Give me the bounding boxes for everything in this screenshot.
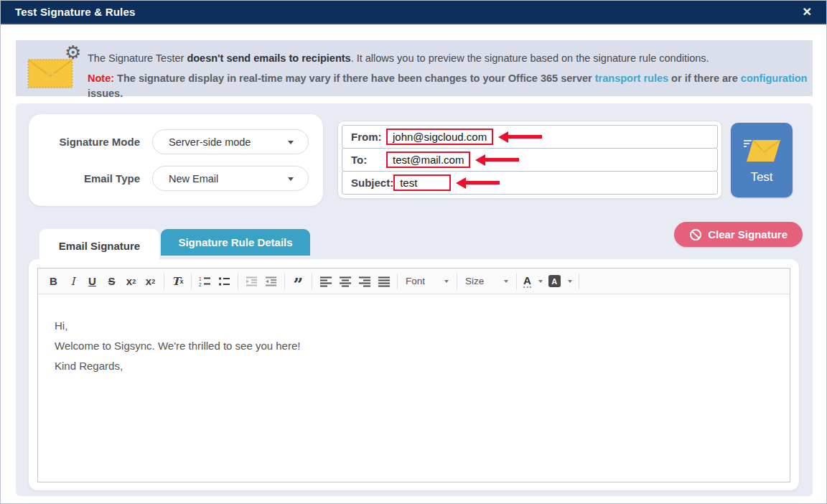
test-envelope-icon bbox=[742, 136, 782, 166]
to-input[interactable]: test@mail.com bbox=[386, 151, 470, 168]
svg-text:1: 1 bbox=[199, 276, 202, 281]
envelope-gear-icon: ⚙ bbox=[27, 40, 88, 96]
tabs-bar: Email Signature Signature Rule Details bbox=[39, 229, 310, 262]
toolbar-separator bbox=[238, 274, 238, 289]
background-color-icon: A bbox=[548, 275, 561, 287]
chevron-down-icon bbox=[288, 141, 294, 144]
settings-card: Signature Mode Server-side mode Email Ty… bbox=[29, 114, 323, 206]
note-post: issues. bbox=[88, 88, 123, 99]
indent-icon[interactable] bbox=[261, 272, 281, 291]
email-fields-card: From: john@sigcloud.com To: test@mail.co… bbox=[337, 121, 722, 199]
svg-text:2: 2 bbox=[199, 281, 202, 286]
strikethrough-icon[interactable]: S bbox=[102, 272, 121, 291]
text-color-icon: A bbox=[523, 275, 531, 288]
email-type-row: Email Type New Email bbox=[29, 166, 323, 191]
clear-signature-label: Clear Signature bbox=[708, 228, 788, 241]
dialog-titlebar: Test Signature & Rules ✕ bbox=[1, 1, 826, 24]
banner-line-1: The Signature Tester doesn't send emails… bbox=[88, 51, 813, 66]
editor-card: B I U S x2 x2 Tx 12 bbox=[29, 259, 799, 490]
chevron-down-icon bbox=[288, 177, 294, 181]
bullet-list-icon[interactable] bbox=[215, 272, 234, 291]
from-input[interactable]: john@sigcloud.com bbox=[386, 129, 493, 145]
test-button-label: Test bbox=[750, 170, 772, 185]
test-button[interactable]: Test bbox=[731, 123, 793, 197]
align-center-icon[interactable] bbox=[335, 272, 355, 291]
signature-line: Hi, bbox=[55, 316, 772, 336]
text-color-button[interactable]: A bbox=[520, 272, 546, 291]
superscript-base: x bbox=[146, 275, 151, 287]
subject-input[interactable]: test bbox=[393, 174, 451, 191]
remove-format-t: T bbox=[172, 275, 179, 288]
signature-line: Welcome to Sigsync. We're thrilled to se… bbox=[55, 336, 772, 356]
gear-icon: ⚙ bbox=[65, 43, 81, 62]
annotation-arrow-icon bbox=[456, 177, 500, 189]
italic-icon[interactable]: I bbox=[63, 272, 83, 291]
size-dropdown[interactable]: Size bbox=[461, 272, 513, 291]
signature-mode-select[interactable]: Server-side mode bbox=[152, 129, 309, 154]
signature-mode-label: Signature Mode bbox=[29, 136, 152, 148]
email-type-select[interactable]: New Email bbox=[152, 166, 309, 191]
banner-note-line: Note: The signature display in real-time… bbox=[88, 71, 813, 101]
subject-label: Subject: bbox=[342, 177, 393, 189]
banner-line1-pre: The Signature Tester bbox=[88, 52, 187, 64]
remove-format-x: x bbox=[180, 278, 184, 285]
align-justify-icon[interactable] bbox=[374, 272, 393, 291]
from-label: From: bbox=[342, 131, 386, 143]
close-icon[interactable]: ✕ bbox=[803, 6, 812, 18]
email-type-value: New Email bbox=[169, 173, 218, 185]
tab-signature-rule-details[interactable]: Signature Rule Details bbox=[161, 229, 310, 256]
superscript-small: 2 bbox=[151, 278, 155, 285]
align-right-icon[interactable] bbox=[355, 272, 374, 291]
underline-icon[interactable]: U bbox=[83, 272, 102, 291]
to-label: To: bbox=[342, 154, 386, 166]
ordered-list-icon[interactable]: 12 bbox=[195, 272, 215, 291]
chevron-down-icon bbox=[568, 280, 572, 283]
size-dropdown-label: Size bbox=[465, 276, 484, 286]
to-field[interactable]: To: test@mail.com bbox=[342, 148, 718, 172]
main-panel: Signature Mode Server-side mode Email Ty… bbox=[16, 103, 813, 496]
signature-editor-content[interactable]: Hi, Welcome to Sigsync. We're thrilled t… bbox=[38, 294, 790, 376]
align-left-icon[interactable] bbox=[316, 272, 335, 291]
toolbar-separator bbox=[579, 274, 579, 289]
superscript-icon[interactable]: x2 bbox=[141, 272, 160, 291]
banner-line1-bold: doesn't send emails to recipients bbox=[187, 52, 350, 64]
configuration-link[interactable]: configuration bbox=[741, 73, 808, 84]
annotation-arrow-icon bbox=[498, 131, 542, 143]
signature-line: Kind Regards, bbox=[55, 356, 772, 376]
note-pre: The signature display in real-time may v… bbox=[114, 73, 595, 84]
toolbar-separator bbox=[191, 274, 192, 289]
outdent-icon bbox=[242, 272, 261, 291]
signature-mode-value: Server-side mode bbox=[169, 136, 251, 148]
remove-format-icon[interactable]: Tx bbox=[168, 272, 187, 291]
font-dropdown[interactable]: Font bbox=[401, 272, 453, 291]
subscript-icon[interactable]: x2 bbox=[121, 272, 141, 291]
tab-email-signature[interactable]: Email Signature bbox=[39, 229, 159, 262]
background-color-button[interactable]: A bbox=[546, 272, 575, 291]
banner-line1-post: . It allows you to preview the signature… bbox=[351, 52, 709, 64]
chevron-down-icon bbox=[538, 280, 543, 283]
prohibition-icon bbox=[689, 228, 702, 241]
dialog-title: Test Signature & Rules bbox=[15, 6, 136, 18]
toolbar-separator bbox=[516, 274, 517, 289]
test-signature-dialog: Test Signature & Rules ✕ ⚙ The Signature… bbox=[0, 0, 827, 504]
subject-field[interactable]: Subject: test bbox=[342, 171, 718, 195]
toolbar-separator bbox=[164, 274, 164, 289]
blockquote-icon[interactable]: ” bbox=[289, 272, 308, 291]
toolbar-separator bbox=[312, 274, 312, 289]
transport-rules-link[interactable]: transport rules bbox=[595, 73, 668, 84]
toolbar-separator bbox=[457, 274, 457, 289]
editor-toolbar: B I U S x2 x2 Tx 12 bbox=[38, 269, 790, 294]
annotation-arrow-icon bbox=[475, 154, 519, 166]
clear-signature-button[interactable]: Clear Signature bbox=[674, 222, 803, 247]
chevron-down-icon bbox=[444, 280, 449, 283]
subscript-small: 2 bbox=[132, 278, 136, 285]
from-field[interactable]: From: john@sigcloud.com bbox=[342, 125, 718, 149]
signature-mode-row: Signature Mode Server-side mode bbox=[29, 129, 323, 154]
note-mid: or if there are bbox=[668, 73, 741, 84]
signature-editor: B I U S x2 x2 Tx 12 bbox=[37, 268, 790, 482]
toolbar-separator bbox=[284, 274, 285, 289]
info-banner: ⚙ The Signature Tester doesn't send emai… bbox=[16, 40, 813, 96]
email-type-label: Email Type bbox=[29, 172, 152, 185]
bold-icon[interactable]: B bbox=[44, 272, 63, 291]
note-label: Note: bbox=[88, 73, 114, 84]
